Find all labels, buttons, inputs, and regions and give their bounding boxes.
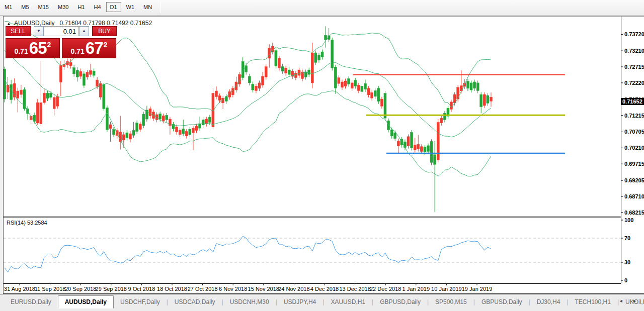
axis-label: 19 Jan 2019 (462, 286, 493, 292)
axis-label: 0.73720 (624, 31, 644, 37)
axis-label: 31 Aug 2018 (4, 286, 35, 292)
current-price-tag: 0.71652 (621, 98, 644, 105)
timeframe-button-h1[interactable]: H1 (73, 2, 89, 12)
axis-label: 0.70210 (624, 145, 644, 151)
axis-label: 100 (624, 217, 633, 223)
tab-usdcad-daily[interactable]: USDCAD,Daily (168, 296, 222, 308)
buy-button[interactable]: BUY (92, 26, 117, 36)
timeframe-button-m1[interactable]: M1 (1, 2, 16, 12)
axis-label: 0.72220 (624, 80, 644, 86)
tab-usdcnh-m30[interactable]: USDCNH,M30 (223, 296, 276, 308)
tab-dj30-h4[interactable]: DJ30,H4 (530, 296, 567, 308)
axis-label: 18 Oct 2018 (157, 286, 187, 292)
chevron-up-icon: ▲ (82, 29, 86, 33)
axis-label: 9 Oct 2018 (128, 286, 155, 292)
chart-window[interactable]: 0.737200.732100.727150.722200.717100.712… (3, 16, 644, 294)
timeframe-button-w1[interactable]: W1 (122, 2, 139, 12)
tab-sp500-m15[interactable]: SP500,M15 (429, 296, 473, 308)
axis-label: 0.72715 (624, 64, 644, 70)
sell-price-point: 2 (47, 41, 51, 49)
timeframe-toolbar: M1M5M15M30H1H4D1W1MN (0, 0, 644, 16)
sell-button[interactable]: SELL (6, 26, 31, 36)
tab-scroll-arrows[interactable]: ◄ ► (619, 298, 641, 303)
axis-label: 10 Jan 2019 (431, 286, 462, 292)
axis-label: 27 Oct 2018 (188, 286, 218, 292)
tab-usdchf-daily[interactable]: USDCHF,Daily (114, 296, 167, 308)
tab-tech100-h1[interactable]: TECH100,H1 (569, 296, 617, 308)
volume-input[interactable]: 0.01 (44, 26, 79, 36)
buy-price-display[interactable]: 0.71 67 2 (62, 38, 116, 58)
chevron-down-icon: ▼ (37, 29, 41, 33)
one-click-trading-panel: SELL ▼ 0.01 ▲ BUY 0.71 65 2 0.71 67 2 (6, 25, 117, 73)
buy-price-point: 2 (104, 41, 108, 49)
axis-label: 6 Nov 2018 (219, 286, 247, 292)
volume-decrement-button[interactable]: ▼ (34, 26, 44, 36)
tab-audusd-daily[interactable]: AUDUSD,Daily (58, 295, 114, 308)
axis-label: 20 Sep 2018 (65, 286, 96, 292)
sell-price-display[interactable]: 0.71 65 2 (6, 38, 60, 58)
axis-label: 70 (624, 235, 630, 241)
axis-label: 11 Sep 2018 (35, 286, 66, 292)
timeframe-button-m5[interactable]: M5 (17, 2, 33, 12)
axis-label: 0.70705 (624, 129, 644, 135)
toolbar-separator (160, 2, 161, 13)
axis-label: 29 Sep 2018 (96, 286, 127, 292)
axis-label: 22 Dec 2018 (370, 286, 401, 292)
rsi-indicator-label: RSI(14) 53.2584 (7, 220, 47, 226)
volume-increment-button[interactable]: ▲ (79, 26, 89, 36)
sell-price-prefix: 0.71 (15, 47, 28, 55)
chart-tabs: EURUSD,DailyAUDUSD,DailyUSDCHF,Daily|USD… (4, 296, 644, 308)
tab-gbpusd-daily[interactable]: GBPUSD,Daily (373, 296, 427, 308)
axis-label: 1 Jan 2019 (403, 286, 430, 292)
chart-tab-bar: EURUSD,DailyAUDUSD,DailyUSDCHF,Daily|USD… (0, 294, 644, 311)
axis-label: 0.73210 (624, 48, 644, 54)
trade-controls-row: SELL ▼ 0.01 ▲ BUY (6, 26, 117, 36)
axis-label: 24 Nov 2018 (278, 286, 309, 292)
sell-price-pips: 65 (29, 39, 47, 58)
axis-label: 0.68710 (624, 193, 644, 199)
timeframe-button-m30[interactable]: M30 (54, 2, 72, 12)
axis-label: 0.68215 (624, 210, 644, 216)
axis-label: 15 Nov 2018 (248, 286, 279, 292)
axis-label: 0.69205 (624, 177, 644, 183)
timeframe-button-h4[interactable]: H4 (90, 2, 105, 12)
tab-gbpusd-daily[interactable]: GBPUSD,Daily (475, 296, 529, 308)
timeframe-button-mn[interactable]: MN (139, 2, 156, 12)
axis-label: 4 Dec 2018 (310, 286, 339, 292)
axis-label: 0 (624, 277, 627, 283)
tab-xauusd-h1[interactable]: XAUUSD,H1 (324, 296, 372, 308)
axis-label: 0.69715 (624, 161, 644, 167)
axis-label: 0.71215 (624, 113, 644, 119)
buy-price-prefix: 0.71 (71, 47, 85, 55)
buy-price-pips: 67 (86, 39, 103, 58)
tab-eurusd-daily[interactable]: EURUSD,Daily (4, 296, 58, 308)
tab-usdjpy-h4[interactable]: USDJPY,H4 (277, 296, 323, 308)
timeframe-button-m15[interactable]: M15 (34, 2, 53, 12)
axis-label: 30 (624, 259, 630, 265)
axis-label: 13 Dec 2018 (339, 286, 370, 292)
timeframe-button-d1[interactable]: D1 (106, 2, 121, 12)
